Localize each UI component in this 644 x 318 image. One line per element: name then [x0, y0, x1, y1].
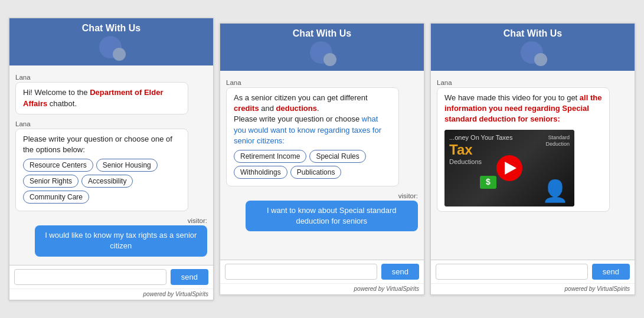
chat-header-3: Chat With Us	[431, 24, 635, 71]
bubble-row: Please write your question or choose one…	[15, 129, 207, 214]
text-highlight: deductions	[276, 104, 317, 113]
send-button-1[interactable]: send	[171, 269, 208, 285]
chat-messages-1: Lana Hi! Welcome to the Department of El…	[9, 65, 213, 264]
sender-label-visitor: visitor:	[15, 217, 207, 224]
chat-title-1: Chat With Us	[82, 23, 140, 34]
option-withholdings[interactable]: Withholdings	[234, 166, 287, 179]
send-button-3[interactable]: send	[592, 264, 630, 280]
chat-widget-3: Chat With Us Lana We have made this vide…	[430, 23, 635, 295]
avatar-2	[307, 41, 338, 66]
chat-bubble-visitor-2: I want to know about Special standard de…	[246, 201, 419, 231]
text-highlight-3: all the information you need regarding S…	[444, 93, 601, 123]
option-senior-housing[interactable]: Senior Housing	[96, 159, 158, 172]
chat-title-2: Chat With Us	[293, 28, 351, 39]
option-retirement-income[interactable]: Retirement Income	[234, 150, 306, 163]
play-triangle-icon	[505, 162, 516, 175]
sender-label-3: Lana	[437, 79, 629, 86]
text-highlight: credits	[234, 104, 259, 113]
text-highlight-blue: what you would want to know regarding ta…	[234, 114, 381, 145]
powered-by-1: powered by VirtualSpirits	[9, 289, 213, 300]
chat-bubble-lana-3: We have made this video for you to get a…	[437, 87, 610, 212]
sender-label: Lana	[15, 74, 207, 81]
chat-widget-1: Chat With Us Lana Hi! Welcome to the Dep…	[9, 18, 214, 300]
chat-header-2: Chat With Us	[220, 24, 424, 71]
sender-label: Lana	[226, 79, 418, 86]
video-thumbnail[interactable]: ...oney On Your Taxes Tax Deductions Sta…	[444, 130, 574, 206]
option-resource-centers[interactable]: Resource Centers	[23, 159, 93, 172]
option-senior-rights[interactable]: Senior Rights	[23, 175, 79, 188]
powered-by-3: powered by VirtualSpirits	[431, 283, 635, 294]
avatar-small-2	[323, 53, 336, 66]
bubble-row: Hi! Welcome to the Department of Elder A…	[15, 82, 207, 116]
avatar-small-1	[113, 48, 126, 61]
option-community-care[interactable]: Community Care	[23, 191, 89, 204]
option-publications[interactable]: Publications	[290, 166, 342, 179]
avatar-3	[518, 41, 548, 66]
bubble-row-3: We have made this video for you to get a…	[437, 87, 629, 214]
options-group-2: Retirement Income Special Rules Withhold…	[234, 150, 391, 179]
options-group: Resource Centers Senior Housing Senior R…	[23, 159, 181, 204]
chat-bubble-lana: Hi! Welcome to the Department of Elder A…	[15, 82, 188, 114]
powered-by-2: powered by VirtualSpirits	[220, 283, 424, 294]
chat-input-1[interactable]	[14, 269, 166, 285]
bubble-row-visitor: I would like to know my tax rights as a …	[15, 225, 207, 258]
text-highlight: Department of Elder Affairs	[23, 88, 163, 107]
sender-label: Lana	[15, 120, 207, 127]
chat-input-area-1: send	[9, 265, 213, 289]
chat-input-area-3: send	[431, 260, 635, 283]
chat-bubble-lana-2: As a senior citizen you can get differen…	[226, 87, 399, 186]
chat-title-3: Chat With Us	[504, 28, 562, 39]
chat-input-3[interactable]	[436, 264, 588, 280]
chat-header-1: Chat With Us	[9, 18, 213, 65]
avatar-small-3	[534, 53, 547, 66]
chat-bubble-visitor: I would like to know my tax rights as a …	[35, 225, 208, 256]
option-special-rules[interactable]: Special Rules	[309, 150, 365, 163]
bubble-row-visitor-2: I want to know about Special standard de…	[226, 201, 418, 234]
chat-input-area-2: send	[220, 260, 424, 283]
chat-messages-3: Lana We have made this video for you to …	[431, 71, 635, 260]
chat-bubble-lana-options: Please write your question or choose one…	[15, 129, 188, 211]
sender-label-visitor-2: visitor:	[226, 192, 418, 199]
play-button[interactable]	[496, 155, 522, 181]
send-button-2[interactable]: send	[381, 264, 419, 280]
avatar-1	[96, 36, 127, 61]
video-overlay	[444, 130, 574, 206]
chat-widget-2: Chat With Us Lana As a senior citizen yo…	[220, 23, 424, 295]
chat-messages-2: Lana As a senior citizen you can get dif…	[220, 71, 424, 260]
bubble-row: As a senior citizen you can get differen…	[226, 87, 418, 189]
option-accessibility[interactable]: Accessibility	[81, 175, 133, 188]
chat-input-2[interactable]	[225, 264, 377, 280]
